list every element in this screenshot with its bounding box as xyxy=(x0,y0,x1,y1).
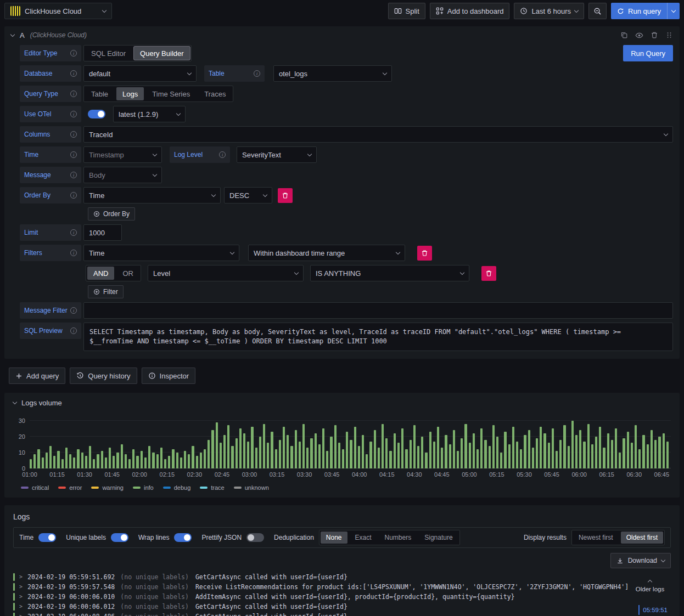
time-column-select[interactable]: Timestamp xyxy=(83,146,162,163)
option-or[interactable]: OR xyxy=(115,265,141,281)
info-icon[interactable]: i xyxy=(70,111,77,117)
info-icon[interactable]: i xyxy=(70,229,77,236)
hide-response-button[interactable] xyxy=(635,31,643,39)
older-logs-button[interactable]: Older logs xyxy=(633,575,666,596)
option-none[interactable]: None xyxy=(321,532,347,544)
volume-bar xyxy=(69,454,71,468)
chevron-down-icon xyxy=(460,270,464,274)
run-query-dropdown[interactable] xyxy=(667,3,680,19)
unique-labels-toggle[interactable] xyxy=(111,533,128,542)
option-query-builder[interactable]: Query Builder xyxy=(134,47,189,60)
legend-item-trace[interactable]: trace xyxy=(200,484,224,491)
legend-item-unknown[interactable]: unknown xyxy=(234,484,269,491)
columns-select[interactable]: TraceId xyxy=(83,126,673,143)
display-results-group: Newest firstOldest first xyxy=(571,530,665,545)
inspector-button[interactable]: Inspector xyxy=(142,368,195,384)
order-by-field-select[interactable]: Time xyxy=(83,187,221,204)
option-logs[interactable]: Logs xyxy=(116,87,144,100)
info-icon[interactable]: i xyxy=(70,151,77,158)
option-table[interactable]: Table xyxy=(84,86,115,101)
info-icon[interactable]: i xyxy=(70,50,77,56)
collapse-query-icon[interactable] xyxy=(10,32,15,36)
prettify-json-toggle[interactable] xyxy=(246,533,264,542)
datasource-picker[interactable]: ClickHouse Cloud xyxy=(4,3,112,19)
info-icon[interactable]: i xyxy=(70,250,77,256)
history-icon xyxy=(76,372,84,380)
otel-version-select[interactable]: latest (1.2.9) xyxy=(113,106,186,122)
log-level-bar xyxy=(13,613,15,616)
expand-log-icon[interactable]: > xyxy=(19,572,23,582)
database-select[interactable]: default xyxy=(83,65,197,82)
table-select[interactable]: otel_logs xyxy=(273,65,392,82)
legend-item-info[interactable]: info xyxy=(133,484,154,491)
sql-preview-text[interactable]: SELECT Timestamp as timestamp, Body as b… xyxy=(83,323,673,351)
run-query-inline-button[interactable]: Run Query xyxy=(623,45,673,61)
info-icon[interactable]: i xyxy=(70,307,77,314)
log-row[interactable]: >2024-02-19 06:00:06.010(no unique label… xyxy=(13,592,671,602)
remove-query-button[interactable] xyxy=(651,31,658,39)
message-filter-input[interactable] xyxy=(83,302,673,319)
time-range-picker[interactable]: Last 6 hours xyxy=(514,3,584,19)
info-icon[interactable]: i xyxy=(70,172,77,178)
option-oldest-first[interactable]: Oldest first xyxy=(621,532,663,544)
use-otel-toggle[interactable] xyxy=(88,110,105,118)
add-filter-button[interactable]: Filter xyxy=(88,285,124,298)
limit-input[interactable] xyxy=(83,224,122,241)
log-row[interactable]: >2024-02-19 06:00:06.012(no unique label… xyxy=(13,602,671,612)
info-icon[interactable]: i xyxy=(254,70,260,77)
order-by-direction-select[interactable]: DESC xyxy=(224,187,272,204)
log-level-select[interactable]: SeverityText xyxy=(237,146,317,163)
legend-item-warning[interactable]: warning xyxy=(91,484,124,491)
add-query-button[interactable]: Add query xyxy=(9,368,65,384)
info-icon[interactable]: i xyxy=(70,327,77,334)
filter-operator-select[interactable]: Within dashboard time range xyxy=(248,245,405,261)
option-numbers[interactable]: Numbers xyxy=(378,530,418,545)
legend-item-critical[interactable]: critical xyxy=(21,484,49,491)
volume-bar xyxy=(220,443,222,468)
message-column-select[interactable]: Body xyxy=(83,167,162,183)
duplicate-query-button[interactable] xyxy=(620,31,628,39)
table-label: Table i xyxy=(204,65,265,82)
option-newest-first[interactable]: Newest first xyxy=(572,530,620,545)
time-toggle[interactable] xyxy=(38,533,56,542)
expand-log-icon[interactable]: > xyxy=(19,602,23,612)
query-history-button[interactable]: Query history xyxy=(70,368,137,384)
query-actions-row: Add query Query history Inspector xyxy=(4,368,680,384)
info-icon[interactable]: i xyxy=(70,131,77,138)
remove-filter-condition-button[interactable] xyxy=(481,266,496,281)
option-traces[interactable]: Traces xyxy=(197,86,233,101)
wrap-lines-toggle[interactable] xyxy=(174,533,192,542)
add-order-by-button[interactable]: Order By xyxy=(88,207,135,221)
drag-handle-icon[interactable] xyxy=(665,31,673,39)
option-exact[interactable]: Exact xyxy=(349,530,378,545)
info-icon[interactable]: i xyxy=(70,91,77,97)
filter-field-select[interactable]: Time xyxy=(83,245,239,261)
run-query-button[interactable]: Run query xyxy=(611,3,667,19)
filter-condition-field-select[interactable]: Level xyxy=(148,265,304,281)
volume-bar xyxy=(342,449,344,468)
option-sql-editor[interactable]: SQL Editor xyxy=(84,46,133,61)
volume-bar xyxy=(156,454,159,468)
add-to-dashboard-button[interactable]: Add to dashboard xyxy=(430,3,510,19)
remove-order-by-button[interactable] xyxy=(278,188,293,203)
info-icon[interactable]: i xyxy=(70,192,77,199)
collapse-section-icon[interactable] xyxy=(13,400,17,404)
legend-item-debug[interactable]: debug xyxy=(163,484,191,491)
expand-log-icon[interactable]: > xyxy=(19,592,23,602)
zoom-out-button[interactable] xyxy=(588,3,607,19)
download-button[interactable]: Download xyxy=(610,553,671,568)
legend-item-error[interactable]: error xyxy=(58,484,82,491)
info-icon[interactable]: i xyxy=(219,151,226,158)
option-time-series[interactable]: Time Series xyxy=(145,86,197,101)
expand-log-icon[interactable]: > xyxy=(19,582,23,592)
filter-condition-operator-select[interactable]: IS ANYTHING xyxy=(310,265,469,281)
log-row[interactable]: >2024-02-19 05:59:57.548(no unique label… xyxy=(13,582,671,592)
option-signature[interactable]: Signature xyxy=(418,530,459,545)
expand-log-icon[interactable]: > xyxy=(19,612,23,616)
remove-filter-button[interactable] xyxy=(417,246,432,261)
split-button[interactable]: Split xyxy=(388,3,425,19)
log-row[interactable]: >2024-02-19 06:00:08.486(no unique label… xyxy=(13,612,671,616)
log-row[interactable]: >2024-02-19 05:59:51.692(no unique label… xyxy=(13,572,671,582)
option-and[interactable]: AND xyxy=(87,267,114,280)
info-icon[interactable]: i xyxy=(70,70,77,77)
